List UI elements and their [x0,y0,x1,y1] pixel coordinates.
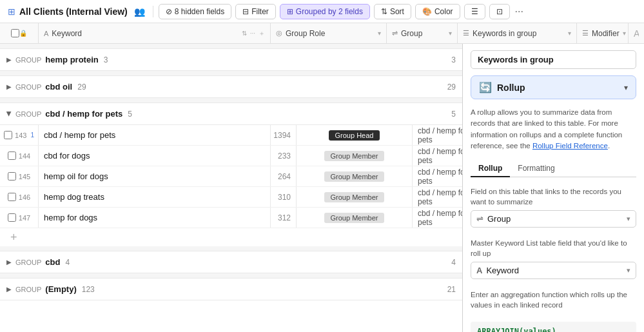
field-type-button[interactable]: 🔄 Rollup ▾ [471,75,636,99]
row-num-146: 146 [19,193,30,201]
row-num-145: 145 [19,173,30,181]
grouprole-col-icon: ◎ [276,29,282,37]
cell-count-143: 1394 [271,125,297,145]
cell-count-146: 310 [271,187,297,207]
row-checkbox-144[interactable] [8,151,16,160]
group-row-hemp-protein[interactable]: ▶ GROUP hemp protein 3 3 [0,49,462,71]
group-row-cbd[interactable]: ▶ GROUP cbd 4 4 [0,251,462,273]
filter-button[interactable]: ⊟ Filter [235,4,276,19]
row-num-143: 143 [15,132,26,139]
cell-count-147: 312 [271,208,297,228]
linked-field-section: Field on this table that links to the re… [463,181,644,233]
cell-keyword-145: hemp oil for dogs [39,166,271,186]
grouped-button[interactable]: ⊞ Grouped by 2 fields [280,4,370,19]
row-checkbox-145[interactable] [8,172,16,181]
col-check-header[interactable]: 🔒 [0,23,39,43]
master-field-section: Master Keyword List table field that you… [463,233,644,284]
group-row-cbd-hemp-pets[interactable]: ▶ GROUP cbd / hemp for pets 5 5 [0,103,462,125]
table-row: 145 hemp oil for dogs 264 Group Member c… [0,166,462,187]
row-checkbox-147[interactable] [8,213,16,222]
col-sort-icon: ⇅ [242,30,247,37]
cell-keyword-147: hemp for dogs [39,208,271,228]
cell-group-144: cbd / hemp for pets [413,146,462,166]
linked-field-select[interactable]: ⇌ Group ▾ [471,210,636,228]
field-type-left: 🔄 Rollup [479,81,525,93]
group-count-cbd-oil: 29 [77,83,86,92]
group-right-count-1: 3 [451,55,456,64]
row-height-button[interactable]: ☰ [464,4,485,19]
table-row: 143 1 cbd / hemp for pets 1394 Group Hea… [0,125,462,146]
col-header-modifier[interactable]: ☰ Modifier ▾ [577,23,629,43]
cell-check-143[interactable]: 143 1 [0,125,39,145]
filter-icon: ⊟ [242,7,249,16]
cell-check-144[interactable]: 144 [0,146,39,166]
cell-keyword-144: cbd for dogs [39,146,271,166]
col-header-group[interactable]: ⇌ Group ▾ [387,23,458,43]
group-row-cbd-oil[interactable]: ▶ GROUP cbd oil 29 29 [0,76,462,98]
tab-rollup[interactable]: Rollup [471,161,510,177]
col-modifier-chevron: ▾ [623,30,626,37]
toolbar-title: All Clients (Internal View) [19,6,128,17]
expand-icon-2: ▶ [6,83,12,90]
table-row: 147 hemp for dogs 312 Group Member cbd /… [0,208,462,228]
cell-grouprole-143: Group Head [297,125,413,145]
linked-field-value: ⇌ Group [476,214,511,224]
hidden-fields-button[interactable]: ⊘ 8 hidden fields [159,4,231,19]
row-checkbox-146[interactable] [8,193,16,201]
add-col-icon: A [634,28,639,39]
select-all-checkbox[interactable] [11,29,19,37]
share-button[interactable]: ⊡ [489,4,510,19]
field-name-input[interactable] [471,50,636,69]
group-label-1: GROUP [15,56,41,64]
chevron-down-icon: ▾ [624,83,628,92]
group-row-empty[interactable]: ▶ GROUP (Empty) 123 21 [0,278,462,300]
row-num-144: 144 [19,152,30,160]
table-row: 146 hemp dog treats 310 Group Member cbd… [0,187,462,208]
group-sep-1 [0,44,462,49]
master-field-value: A Keyword [476,266,519,275]
row-checkbox-143[interactable] [4,131,12,139]
group-label-2: GROUP [15,83,41,91]
color-button[interactable]: 🎨 Color [415,4,460,19]
cell-group-143: cbd / hemp for pets [413,125,462,145]
team-icon: 👥 [134,6,145,17]
more-button[interactable]: ··· [515,6,523,17]
col-add-icon: ＋ [259,29,265,38]
expand-icon-1: ▶ [6,56,12,63]
group-count-hemp-protein: 3 [104,55,108,64]
tab-formatting[interactable]: Formatting [510,161,562,177]
cell-check-147[interactable]: 147 [0,208,39,228]
sort-button[interactable]: ⇅ Sort [374,4,411,19]
formula-label: Enter an aggregation function which roll… [471,289,636,310]
col-header-grouprole[interactable]: ◎ Group Role ▾ [271,23,387,43]
group-name-cbd-oil: cbd oil [45,82,72,92]
panel-tabs: Rollup Formatting [471,161,636,177]
formula-section: Enter an aggregation function which roll… [463,284,644,318]
color-icon: 🎨 [422,7,432,16]
cell-keyword-146: hemp dog treats [39,187,271,207]
row-num-147: 147 [19,214,30,222]
cell-check-146[interactable]: 146 [0,187,39,207]
col-group-chevron: ▾ [449,30,452,37]
text-icon: A [44,30,48,37]
cell-count-145: 264 [271,166,297,186]
col-header-keyword[interactable]: A Keyword ⇅ ··· ＋ [39,23,271,43]
sort-icon: ⇅ [381,7,387,16]
master-field-select[interactable]: A Keyword ▾ [471,262,636,279]
cell-check-145[interactable]: 145 [0,166,39,186]
col-header-kig[interactable]: ☰ Keywords in group ▾ [458,23,577,43]
add-row-button[interactable]: + [0,228,462,246]
table-area[interactable]: ▶ GROUP hemp protein 3 3 ▶ GROUP cbd oil… [0,44,462,332]
formula-value[interactable]: ARRAYJOIN(values) [471,322,636,332]
col-add-column[interactable]: A [629,23,639,43]
rollup-ref-link[interactable]: Rollup Field Reference [532,142,608,150]
linked-field-label: Field on this table that links to the re… [471,186,636,207]
col-chevron-icon: ▾ [378,30,381,37]
row-flag-143: 1 [30,132,34,139]
master-field-label: Master Keyword List table field that you… [471,238,636,259]
group-right-count-2: 29 [447,83,456,92]
rollup-icon: 🔄 [479,81,492,93]
select-chevron-1: ▾ [627,215,630,223]
share-icon: ⊡ [496,7,503,16]
kig-col-icon: ☰ [463,29,469,37]
